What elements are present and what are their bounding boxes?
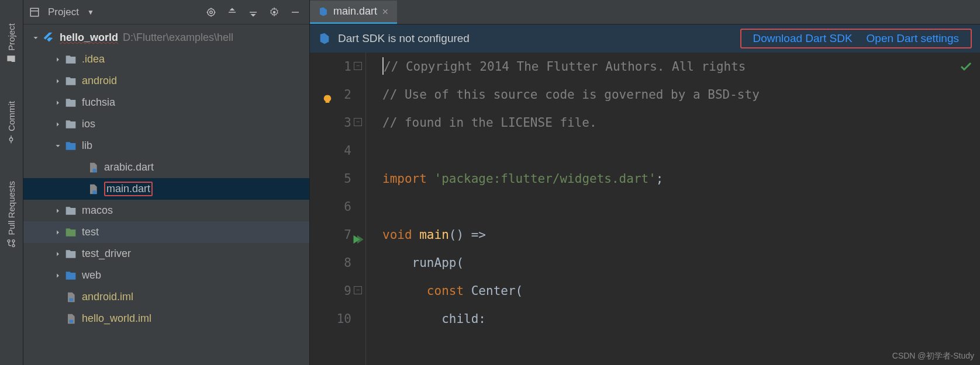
- download-sdk-link[interactable]: Download Dart SDK: [753, 32, 853, 45]
- tree-item-test[interactable]: test: [23, 221, 309, 243]
- svg-point-3: [8, 240, 11, 242]
- chevron-right-icon[interactable]: [51, 250, 64, 258]
- tree-item-ios[interactable]: ios: [23, 113, 309, 135]
- line-number: 5: [344, 172, 351, 186]
- tree-item--idea[interactable]: .idea: [23, 48, 309, 70]
- tree-item-hello-world-iml[interactable]: hello_world.iml: [23, 308, 309, 329]
- close-icon[interactable]: ✕: [382, 7, 389, 16]
- line-number: 2: [344, 88, 351, 102]
- fold-icon[interactable]: −: [354, 62, 362, 70]
- collapse-icon[interactable]: [245, 4, 261, 20]
- line-number: 3: [344, 116, 351, 130]
- editor-tab-bar: main.dart ✕: [310, 0, 980, 25]
- notification-message: Dart SDK is not configured: [338, 32, 470, 45]
- iml-file-icon: [64, 312, 77, 325]
- tree-item-fuchsia[interactable]: fuchsia: [23, 92, 309, 113]
- code-text: void: [382, 228, 419, 242]
- chevron-right-icon[interactable]: [51, 272, 64, 280]
- tree-item-test-driver[interactable]: test_driver: [23, 243, 309, 265]
- chevron-down-icon[interactable]: [51, 142, 64, 150]
- target-icon[interactable]: [203, 4, 219, 20]
- folder-icon: [7, 54, 16, 64]
- code-content[interactable]: // Copyright 2014 The Flutter Authors. A…: [366, 53, 980, 365]
- tree-item-web[interactable]: web: [23, 265, 309, 286]
- rail-pull-requests-button[interactable]: Pull Requests: [5, 174, 18, 255]
- code-text: // Copyright 2014 The Flutter Authors. A…: [384, 60, 746, 74]
- tree-item-macos[interactable]: macos: [23, 200, 309, 221]
- tree-item-label: test_driver: [82, 248, 131, 260]
- project-view-icon: [29, 7, 40, 18]
- fold-icon[interactable]: −: [354, 118, 362, 126]
- chevron-down-icon[interactable]: [29, 34, 42, 42]
- notification-actions: Download Dart SDK Open Dart settings: [740, 29, 972, 48]
- tree-item-label: android.iml: [82, 291, 133, 303]
- tree-item-arabic-dart[interactable]: arabic.dart: [23, 157, 309, 178]
- code-editor[interactable]: 1− 2 3− 4 5 6 7 8 9− 10 // Copyright 201…: [310, 53, 980, 365]
- chevron-right-icon[interactable]: [51, 120, 64, 128]
- folder-alt-icon: [64, 75, 77, 88]
- chevron-right-icon[interactable]: [51, 228, 64, 237]
- code-text: () =>: [449, 228, 486, 242]
- chevron-right-icon[interactable]: [51, 99, 64, 107]
- code-text: (: [516, 284, 523, 298]
- rail-label: Commit: [6, 101, 16, 131]
- rail-label: Pull Requests: [6, 181, 16, 235]
- run-icon[interactable]: [350, 228, 363, 256]
- flutter-icon: [42, 32, 55, 44]
- dart-logo-icon: [318, 32, 331, 45]
- tab-label: main.dart: [333, 5, 377, 18]
- svg-point-7: [273, 11, 276, 13]
- folder-icon: [64, 248, 77, 260]
- folder-dot-icon: [64, 53, 77, 66]
- folder-test-icon: [64, 226, 77, 239]
- pull-request-icon: [7, 239, 16, 248]
- line-number: 6: [344, 200, 351, 214]
- code-text: import: [382, 172, 434, 186]
- project-panel-header: Project ▼: [23, 0, 309, 25]
- line-number: 9: [344, 284, 351, 298]
- svg-point-8: [92, 168, 96, 172]
- chevron-right-icon[interactable]: [51, 207, 64, 215]
- check-icon[interactable]: [959, 60, 973, 74]
- project-tree[interactable]: hello_world D:\Flutter\examples\hell .id…: [23, 25, 309, 365]
- chevron-right-icon[interactable]: [51, 77, 64, 85]
- chevron-down-icon[interactable]: ▼: [87, 8, 94, 16]
- tree-item-android-iml[interactable]: android.iml: [23, 286, 309, 308]
- folder-icon: [64, 96, 77, 109]
- left-tool-rail: Project Commit Pull Requests: [0, 0, 23, 365]
- folder-blue-icon: [64, 140, 77, 152]
- tree-item-label: web: [82, 269, 101, 281]
- svg-point-1: [13, 245, 15, 247]
- dart-file-icon: [318, 6, 329, 17]
- chevron-right-icon[interactable]: [51, 55, 64, 64]
- rail-commit-button[interactable]: Commit: [5, 94, 18, 151]
- code-text: Center: [471, 284, 516, 298]
- tree-root[interactable]: hello_world D:\Flutter\examples\hell: [23, 27, 309, 48]
- minimize-icon[interactable]: [287, 4, 303, 20]
- tree-item-label: hello_world.iml: [82, 312, 151, 325]
- tree-item-lib[interactable]: lib: [23, 135, 309, 157]
- sdk-notification-bar: Dart SDK is not configured Download Dart…: [310, 25, 980, 53]
- code-text: ;: [656, 172, 664, 186]
- svg-point-0: [10, 138, 13, 141]
- svg-rect-10: [70, 298, 74, 301]
- panel-title[interactable]: Project: [48, 6, 79, 18]
- open-dart-settings-link[interactable]: Open Dart settings: [867, 32, 959, 45]
- tree-item-android[interactable]: android: [23, 70, 309, 92]
- folder-icon: [64, 204, 77, 217]
- tree-item-label: main.dart: [104, 182, 153, 196]
- project-panel: Project ▼ hello_world D:\Flutter\exa: [23, 0, 310, 365]
- tab-main-dart[interactable]: main.dart ✕: [310, 1, 397, 24]
- tree-item-main-dart[interactable]: main.dart: [23, 178, 309, 200]
- line-number: 8: [344, 256, 351, 270]
- editor-gutter: 1− 2 3− 4 5 6 7 8 9− 10: [310, 53, 366, 365]
- fold-icon[interactable]: −: [354, 286, 362, 294]
- tree-root-path: D:\Flutter\examples\hell: [123, 32, 233, 44]
- expand-icon[interactable]: [224, 4, 240, 20]
- tree-item-label: arabic.dart: [104, 161, 154, 173]
- rail-project-button[interactable]: Project: [5, 16, 18, 71]
- gear-icon[interactable]: [266, 4, 282, 20]
- tree-item-label: macos: [82, 204, 113, 217]
- line-number: 4: [344, 144, 351, 158]
- code-text: // Use of this source code is governed b…: [382, 88, 760, 102]
